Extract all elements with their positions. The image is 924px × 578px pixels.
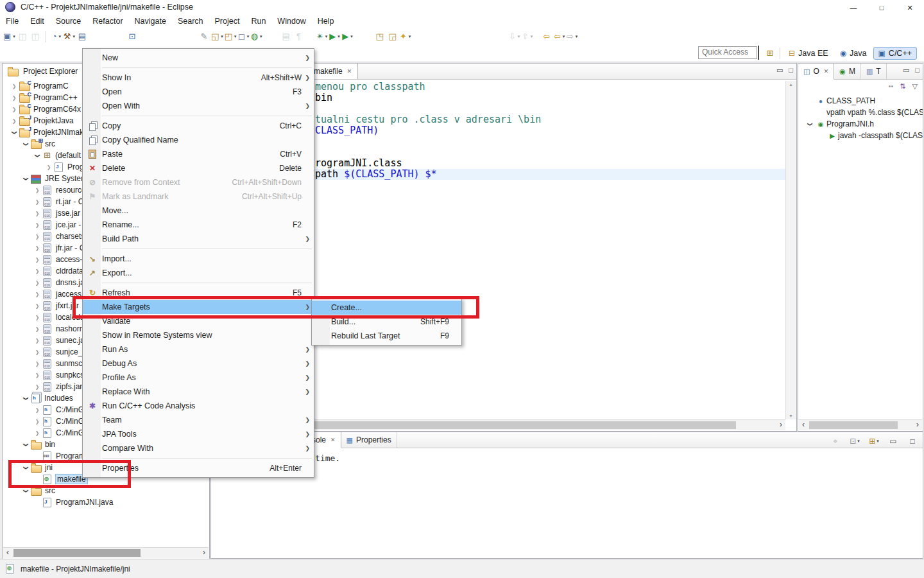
menu-item-copy-qualified-name[interactable]: Copy Qualified Name bbox=[83, 133, 314, 147]
chevron-collapsed-icon[interactable]: ❯ bbox=[32, 326, 42, 332]
menu-item-move[interactable]: Move... bbox=[83, 204, 314, 218]
menu-item-debug-as[interactable]: Debug As❯ bbox=[83, 356, 314, 371]
scroll-thumb[interactable] bbox=[13, 549, 141, 557]
chevron-collapsed-icon[interactable]: ❯ bbox=[32, 234, 42, 240]
menu-project[interactable]: Project bbox=[209, 15, 246, 28]
outline-item-programjni-h[interactable]: ❯◉ProgramJNI.h bbox=[798, 118, 923, 130]
minimize-editor-icon[interactable]: ▭ bbox=[776, 66, 783, 74]
sort-alphabetically-icon[interactable]: ⇅ bbox=[900, 82, 905, 91]
scroll-up-icon[interactable]: ▲ bbox=[786, 82, 796, 87]
dropdown-arrow-icon[interactable]: ▾ bbox=[576, 34, 578, 39]
back-icon[interactable]: ⇦▾ bbox=[554, 30, 565, 43]
scroll-left-icon[interactable]: ‹ bbox=[799, 420, 808, 430]
chevron-collapsed-icon[interactable]: ❯ bbox=[9, 118, 19, 124]
chevron-collapsed-icon[interactable]: ❯ bbox=[9, 107, 19, 112]
outline-hscrollbar[interactable]: ‹ › bbox=[799, 419, 922, 430]
menu-window[interactable]: Window bbox=[271, 15, 311, 28]
pin-console-icon[interactable]: ⌖ bbox=[830, 435, 841, 448]
menu-item-compare-with[interactable]: Compare With❯ bbox=[83, 441, 314, 455]
chevron-collapsed-icon[interactable]: ❯ bbox=[32, 222, 42, 228]
explorer-hscrollbar[interactable]: ‹ › bbox=[3, 547, 209, 558]
debug-icon[interactable]: ✴▾ bbox=[316, 30, 328, 43]
maximize-view-icon[interactable]: □ bbox=[907, 435, 918, 448]
menu-refactor[interactable]: Refactor bbox=[87, 15, 128, 28]
close-icon[interactable]: ✕ bbox=[330, 437, 336, 443]
chevron-collapsed-icon[interactable]: ❯ bbox=[32, 430, 42, 436]
submenu-item-rebuild-last-target[interactable]: Rebuild Last TargetF9 bbox=[312, 329, 461, 343]
chevron-collapsed-icon[interactable]: ❯ bbox=[32, 199, 42, 205]
dropdown-arrow-icon[interactable]: ▾ bbox=[260, 34, 262, 39]
menu-item-paste[interactable]: PasteCtrl+V bbox=[83, 147, 314, 161]
dropdown-arrow-icon[interactable]: ▾ bbox=[234, 34, 237, 39]
chevron-collapsed-icon[interactable]: ❯ bbox=[32, 245, 42, 251]
close-button[interactable]: ✕ bbox=[896, 0, 924, 15]
tab-outline-o[interactable]: ◫O✕ bbox=[798, 64, 834, 80]
tab-outline-t[interactable]: ▥T bbox=[861, 64, 887, 79]
chevron-collapsed-icon[interactable]: ❯ bbox=[32, 384, 42, 390]
dropdown-arrow-icon[interactable]: ▾ bbox=[857, 439, 860, 444]
search-icon[interactable]: ✦▾ bbox=[400, 30, 411, 43]
chevron-collapsed-icon[interactable]: ❯ bbox=[32, 372, 42, 378]
scroll-right-icon[interactable]: › bbox=[200, 548, 209, 557]
menu-item-open-with[interactable]: Open With❯ bbox=[83, 99, 314, 113]
binary-file-icon[interactable]: ▤ bbox=[76, 30, 88, 43]
maximize-editor-icon[interactable]: □ bbox=[789, 66, 793, 74]
dropdown-arrow-icon[interactable]: ▾ bbox=[13, 34, 15, 39]
tree-row-src[interactable]: ❯src bbox=[3, 485, 209, 496]
chevron-collapsed-icon[interactable]: ❯ bbox=[32, 338, 42, 344]
outline-item-vpath[interactable]: vpath vpath %.class $(CLASS_PATH) bbox=[798, 107, 923, 118]
dropdown-arrow-icon[interactable]: ▾ bbox=[877, 439, 879, 444]
menu-item-jpa-tools[interactable]: JPA Tools❯ bbox=[83, 427, 314, 441]
outline-item-class-path[interactable]: ●CLASS_PATH bbox=[798, 95, 923, 107]
minimize-view-icon[interactable]: ▭ bbox=[887, 435, 899, 448]
new-c-file-icon[interactable]: ◻▾ bbox=[238, 30, 250, 43]
dropdown-arrow-icon[interactable]: ▾ bbox=[221, 34, 223, 39]
menu-item-build-path[interactable]: Build Path❯ bbox=[83, 232, 314, 246]
scroll-thumb[interactable] bbox=[809, 421, 898, 429]
menu-item-rename[interactable]: Rename...F2 bbox=[83, 218, 314, 232]
dropdown-arrow-icon[interactable]: ▾ bbox=[518, 34, 520, 39]
chevron-collapsed-icon[interactable]: ❯ bbox=[32, 188, 42, 193]
outline-item-javah[interactable]: ▶javah -classpath $(CLASS_PATH) bbox=[798, 130, 923, 141]
tree-row-programjni-java[interactable]: ProgramJNI.java bbox=[3, 496, 209, 508]
menu-item-make-targets[interactable]: Make Targets❯ bbox=[83, 300, 314, 314]
submenu-item-create[interactable]: Create... bbox=[312, 301, 461, 315]
perspective-java-ee[interactable]: ⊟Java EE bbox=[783, 47, 834, 60]
menu-item-properties[interactable]: PropertiesAlt+Enter bbox=[83, 461, 314, 475]
chevron-collapsed-icon[interactable]: ❯ bbox=[32, 280, 42, 286]
build-icon[interactable]: ⚒▾ bbox=[64, 30, 75, 43]
menu-run[interactable]: Run bbox=[245, 15, 271, 28]
chevron-expanded-icon[interactable]: ❯ bbox=[23, 139, 29, 149]
dropdown-arrow-icon[interactable]: ▾ bbox=[325, 34, 328, 39]
chevron-collapsed-icon[interactable]: ❯ bbox=[32, 407, 42, 413]
chevron-collapsed-icon[interactable]: ❯ bbox=[32, 268, 42, 274]
chevron-expanded-icon[interactable]: ❯ bbox=[23, 486, 29, 496]
menu-search[interactable]: Search bbox=[172, 15, 209, 28]
new-wizard-icon[interactable]: ▣▾ bbox=[3, 30, 15, 43]
chevron-collapsed-icon[interactable]: ❯ bbox=[32, 315, 42, 320]
menu-item-copy[interactable]: CopyCtrl+C bbox=[83, 119, 314, 133]
terminal-console-icon[interactable]: ⊡ bbox=[126, 30, 138, 43]
new-connection-icon[interactable]: ◍▾ bbox=[251, 30, 262, 43]
forward-icon[interactable]: ⇨▾ bbox=[567, 30, 578, 43]
chevron-expanded-icon[interactable]: ❯ bbox=[23, 439, 29, 450]
menu-item-validate[interactable]: Validate bbox=[83, 314, 314, 328]
menu-item-refresh[interactable]: ↻RefreshF5 bbox=[83, 286, 314, 300]
tab-project-explorer[interactable]: Project Explorer ✕ bbox=[3, 64, 93, 80]
menu-item-open[interactable]: OpenF3 bbox=[83, 85, 314, 99]
dropdown-arrow-icon[interactable]: ▾ bbox=[73, 34, 75, 39]
chevron-collapsed-icon[interactable]: ❯ bbox=[9, 95, 19, 101]
menu-item-run-c-c-code-analysis[interactable]: ✱Run C/C++ Code Analysis bbox=[83, 399, 314, 413]
chevron-expanded-icon[interactable]: ❯ bbox=[807, 119, 813, 129]
maximize-view-icon[interactable]: □ bbox=[915, 66, 920, 74]
dropdown-arrow-icon[interactable]: ▾ bbox=[563, 34, 565, 39]
filter-icon[interactable]: •• bbox=[889, 82, 894, 90]
chevron-expanded-icon[interactable]: ❯ bbox=[23, 462, 29, 473]
menu-file[interactable]: File bbox=[0, 15, 24, 28]
chevron-collapsed-icon[interactable]: ❯ bbox=[32, 349, 42, 355]
menu-item-show-in[interactable]: Show InAlt+Shift+W❯ bbox=[83, 71, 314, 85]
chevron-collapsed-icon[interactable]: ❯ bbox=[32, 361, 42, 367]
perspective-c-cpp[interactable]: ▣C/C++ bbox=[873, 47, 917, 60]
minimize-view-icon[interactable]: ▭ bbox=[903, 66, 909, 74]
dropdown-arrow-icon[interactable]: ▾ bbox=[338, 34, 340, 39]
